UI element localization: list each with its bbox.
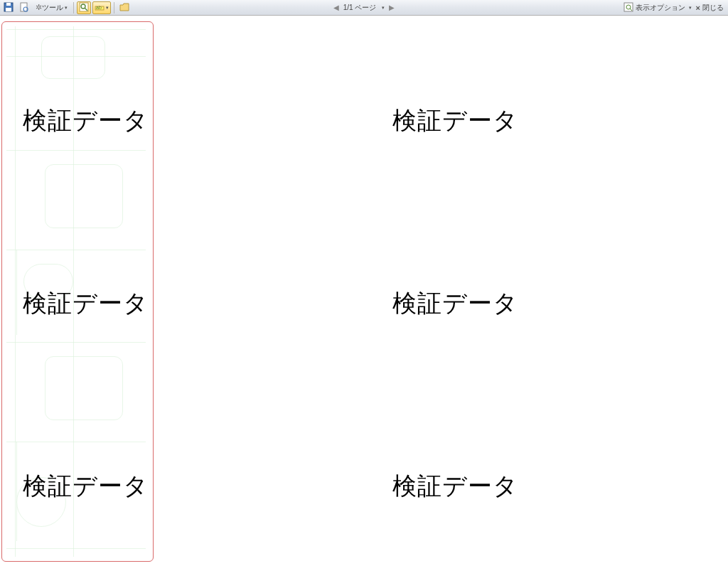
toolbar-right-group: 表示オプション ▾ × 閉じる	[623, 2, 728, 14]
save-button[interactable]	[1, 1, 16, 14]
page-preview-icon	[19, 2, 29, 14]
label-cell[interactable]: 検証データ	[364, 287, 728, 320]
highlight-icon: ab	[95, 2, 105, 14]
open-folder-icon	[119, 2, 129, 14]
label-cell[interactable]: 検証データ	[364, 105, 728, 137]
label-cell[interactable]: 検証データ	[0, 105, 364, 137]
toolbar-left-group: ✲ ツール ▾ ab ▾	[0, 1, 132, 14]
label-cell-text: 検証データ	[0, 287, 364, 320]
toolbar-separator	[73, 2, 74, 14]
chevron-down-icon: ▾	[65, 5, 68, 11]
chevron-down-icon: ▾	[689, 5, 692, 11]
chevron-down-icon[interactable]: ▾	[382, 5, 385, 11]
print-preview-page: 検証データ 検証データ 検証データ 検証データ 検証データ 検証データ	[0, 16, 728, 566]
display-options-menu[interactable]: 表示オプション ▾	[623, 2, 692, 14]
display-options-icon	[623, 2, 633, 14]
label-grid: 検証データ 検証データ 検証データ 検証データ 検証データ 検証データ	[0, 30, 728, 566]
label-cell-text: 検証データ	[0, 105, 364, 137]
page-indicator-label: 1/1 ページ	[343, 3, 377, 13]
chevron-down-icon: ▾	[106, 5, 109, 11]
toolbar-separator	[114, 2, 114, 14]
close-icon: ×	[696, 4, 700, 12]
label-cell-text: 検証データ	[364, 287, 728, 320]
svg-text:ab: ab	[96, 5, 102, 10]
label-cell[interactable]: 検証データ	[364, 470, 728, 503]
highlight-button[interactable]: ab ▾	[92, 1, 111, 14]
zoom-button[interactable]	[77, 1, 91, 14]
label-cell[interactable]: 検証データ	[0, 470, 364, 503]
label-cell-text: 検証データ	[0, 470, 364, 503]
display-options-label: 表示オプション	[636, 3, 685, 13]
tools-icon: ✲	[36, 3, 42, 12]
save-icon	[4, 2, 14, 14]
page-preview-button[interactable]	[17, 1, 31, 14]
label-cell[interactable]: 検証データ	[0, 287, 364, 320]
svg-rect-2	[6, 3, 11, 6]
label-cell-text: 検証データ	[364, 470, 728, 503]
prev-page-button[interactable]: ◀	[333, 4, 339, 11]
next-page-button[interactable]: ▶	[389, 4, 395, 11]
open-folder-button[interactable]	[117, 1, 132, 14]
close-preview-button[interactable]: × 閉じる	[696, 3, 724, 13]
toolbar: ✲ ツール ▾ ab ▾ ◀ 1/1 ページ ▾ ▶	[0, 0, 728, 16]
label-cell-text: 検証データ	[364, 105, 728, 137]
zoom-icon	[79, 2, 89, 14]
close-label: 閉じる	[702, 3, 724, 13]
page-navigator: ◀ 1/1 ページ ▾ ▶	[333, 3, 395, 13]
tools-label: ツール	[42, 3, 63, 13]
tools-menu[interactable]: ✲ ツール ▾	[33, 1, 70, 14]
svg-rect-1	[6, 8, 11, 11]
